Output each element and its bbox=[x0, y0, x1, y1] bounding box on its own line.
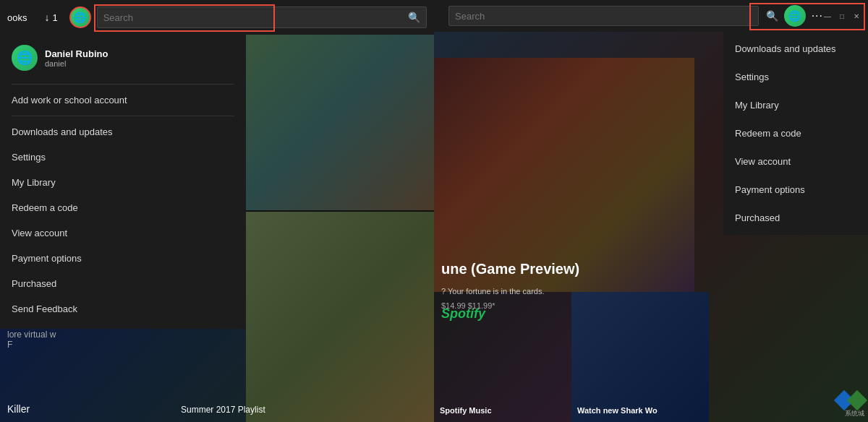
menu-purchased[interactable]: Purchased bbox=[0, 271, 246, 296]
right-menu-downloads[interactable]: Downloads and updates bbox=[723, 35, 868, 63]
menu-add-work[interactable]: Add work or school account bbox=[0, 87, 246, 113]
avatar-image-right: 🌐 bbox=[788, 10, 801, 22]
user-info: Daniel Rubino daniel bbox=[45, 48, 108, 68]
right-game-price: $14.99 $11.99* bbox=[441, 301, 495, 310]
right-menu-purchased[interactable]: Purchased bbox=[723, 204, 868, 232]
killer-label: Killer bbox=[7, 403, 30, 415]
dropdown-user-section: 🌐 Daniel Rubino daniel bbox=[0, 35, 246, 81]
dropdown-divider bbox=[12, 84, 234, 85]
shark-tile-label: Watch new Shark Wo bbox=[577, 406, 658, 415]
right-menu-settings[interactable]: Settings bbox=[723, 63, 868, 91]
user-sub: daniel bbox=[45, 59, 108, 68]
window-controls-right: — □ ✕ bbox=[823, 12, 861, 20]
right-panel: une (Game Preview) ? Your fortune is in … bbox=[434, 0, 868, 422]
user-avatar-left[interactable]: 🌐 bbox=[69, 7, 91, 28]
download-icon: ↓ bbox=[44, 12, 49, 23]
menu-redeem[interactable]: Redeem a code bbox=[0, 195, 246, 220]
dropdown-avatar: 🌐 bbox=[12, 45, 38, 71]
search-input-left[interactable] bbox=[103, 12, 404, 23]
watermark-logo bbox=[837, 393, 864, 408]
menu-view-account[interactable]: View account bbox=[0, 220, 246, 246]
shark-tile[interactable]: Watch new Shark Wo bbox=[571, 292, 709, 422]
minimize-button[interactable]: — bbox=[823, 12, 832, 20]
app-title: ooks bbox=[7, 12, 27, 23]
search-icon-right[interactable]: 🔍 bbox=[766, 10, 778, 22]
search-input-right[interactable] bbox=[455, 11, 752, 22]
left-game-images bbox=[246, 0, 434, 422]
search-container-left: 🔍 bbox=[97, 7, 427, 28]
menu-settings[interactable]: Settings bbox=[0, 145, 246, 170]
right-search-container bbox=[448, 6, 759, 26]
user-name: Daniel Rubino bbox=[45, 48, 108, 59]
download-count: 1 bbox=[52, 12, 57, 23]
more-icon[interactable]: ··· bbox=[812, 9, 823, 22]
maximize-button[interactable]: □ bbox=[838, 12, 846, 20]
watermark: 系统城 bbox=[837, 393, 864, 418]
menu-my-library[interactable]: My Library bbox=[0, 170, 246, 195]
menu-feedback[interactable]: Send Feedback bbox=[0, 296, 246, 322]
right-bottom-tiles: Spotify Spotify Music Watch new Shark Wo bbox=[434, 292, 709, 422]
menu-payment[interactable]: Payment options bbox=[0, 246, 246, 271]
right-titlebar: 🔍 🌐 ··· — □ ✕ bbox=[434, 0, 868, 32]
right-dropdown-menu: Downloads and updates Settings My Librar… bbox=[723, 32, 868, 235]
left-dropdown-menu: 🌐 Daniel Rubino daniel Add work or schoo… bbox=[0, 35, 246, 329]
close-button[interactable]: ✕ bbox=[852, 12, 861, 20]
right-game-desc: ? Your fortune is in the cards. bbox=[441, 287, 544, 296]
user-avatar-right[interactable]: 🌐 bbox=[784, 5, 806, 27]
left-panel: RO lore virtual w F Killer Summer 2017 P… bbox=[0, 0, 434, 422]
avatar-emoji: 🌐 bbox=[17, 50, 33, 66]
spotify-tile[interactable]: Spotify Spotify Music bbox=[434, 292, 571, 422]
right-search-area bbox=[448, 6, 759, 26]
search-icon-left: 🔍 bbox=[408, 12, 420, 23]
menu-downloads[interactable]: Downloads and updates bbox=[0, 119, 246, 145]
left-titlebar: ooks ↓ 1 🌐 🔍 bbox=[0, 0, 434, 35]
download-button[interactable]: ↓ 1 bbox=[38, 9, 63, 26]
right-main-game-image bbox=[434, 58, 694, 318]
right-menu-redeem[interactable]: Redeem a code bbox=[723, 119, 868, 147]
right-menu-payment[interactable]: Payment options bbox=[723, 176, 868, 204]
summer-label: Summer 2017 Playlist bbox=[181, 405, 265, 415]
game-footer-label: F bbox=[7, 340, 56, 350]
right-game-title: une (Game Preview) bbox=[441, 261, 579, 277]
spotify-tile-label: Spotify Music bbox=[440, 406, 492, 415]
right-icons: 🔍 🌐 ··· bbox=[766, 5, 823, 27]
right-menu-view-account[interactable]: View account bbox=[723, 147, 868, 176]
watermark-text: 系统城 bbox=[837, 409, 864, 418]
avatar-image: 🌐 bbox=[74, 12, 86, 23]
left-game-bottom-image bbox=[246, 212, 434, 422]
dropdown-divider-2 bbox=[12, 116, 234, 116]
diamond-green bbox=[847, 390, 867, 410]
game-small-label: lore virtual w bbox=[7, 330, 56, 340]
right-menu-my-library[interactable]: My Library bbox=[723, 91, 868, 119]
